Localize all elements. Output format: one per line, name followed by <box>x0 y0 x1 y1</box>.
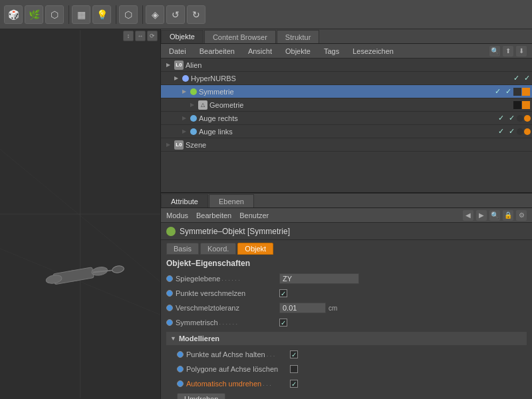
radio-spiegelebene[interactable] <box>166 275 173 282</box>
search-icon[interactable]: 🔍 <box>489 46 500 57</box>
expand-arrow[interactable]: ▶ <box>182 88 190 94</box>
object-orb <box>190 88 197 95</box>
check-vis[interactable]: ✓ <box>492 87 503 96</box>
search-icon[interactable]: 🔍 <box>489 210 500 221</box>
expand-arrow[interactable]: ▶ <box>182 128 190 134</box>
radio-polygone[interactable] <box>177 366 184 372</box>
check-vis[interactable]: ✓ <box>495 127 506 136</box>
tag-square-2 <box>522 88 530 96</box>
object-orb <box>190 115 197 122</box>
checkbox-punkte-achse[interactable]: ✓ <box>290 350 298 358</box>
sub-tab-objekt[interactable]: Objekt <box>237 243 273 255</box>
tree-item-alien[interactable]: ▶ L0 Alien <box>161 59 532 72</box>
check-render[interactable]: ✓ <box>503 87 513 96</box>
section-title: Objekt–Eigenschaften <box>166 259 527 268</box>
toolbar-icon-4[interactable]: ▦ <box>72 5 90 24</box>
tree-item-auge-rechts[interactable]: ▶ Auge rechts ✓ ✓ <box>161 112 532 125</box>
attr-menu-modus[interactable]: Modus <box>166 211 188 219</box>
prop-toleranz: Verschmelztoleranz cm <box>166 301 527 315</box>
check-render[interactable]: ✓ <box>506 127 517 136</box>
attr-menu-bearbeiten[interactable]: Bearbeiten <box>196 211 231 219</box>
sub-tab-koord[interactable]: Koord. <box>200 243 236 255</box>
vp-btn-3[interactable]: ⟳ <box>147 31 158 41</box>
section-arrow-icon: ▼ <box>170 335 176 342</box>
tree-item-geometrie[interactable]: ▶ △ Geometrie <box>161 98 532 112</box>
toolbar-icon-7[interactable]: ◈ <box>146 5 164 24</box>
expand-arrow[interactable]: ▶ <box>166 62 174 68</box>
attr-menu-benutzer[interactable]: Benutzer <box>239 211 269 219</box>
menu-datei[interactable]: Datei <box>166 47 189 56</box>
menu-lesezeichen[interactable]: Lesezeichen <box>350 47 396 56</box>
tree-label: HyperNURBS <box>191 74 511 82</box>
menu-objekte[interactable]: Objekte <box>283 47 313 56</box>
object-orb <box>182 75 189 82</box>
checkbox-punkte[interactable]: ✓ <box>279 289 287 297</box>
radio-auto[interactable] <box>177 380 184 387</box>
radio-toleranz[interactable] <box>166 305 173 311</box>
nav-left-icon[interactable]: ◀ <box>463 210 473 221</box>
vp-btn-1[interactable]: ↕ <box>123 31 134 41</box>
toolbar-icon-2[interactable]: 🌿 <box>25 5 43 24</box>
nav-right-icon[interactable]: ▶ <box>476 210 487 221</box>
menu-tags[interactable]: Tags <box>321 47 342 56</box>
toolbar-icon-8[interactable]: ↺ <box>166 5 185 24</box>
check-render[interactable]: ✓ <box>521 74 532 82</box>
prop-label: Polygone auf Achse löschen <box>177 365 290 373</box>
radio-punkte-achse[interactable] <box>177 351 184 358</box>
bookmark-icon[interactable]: ⬆ <box>503 46 513 57</box>
vp-btn-2[interactable]: ↔ <box>135 31 146 41</box>
checkbox-polygone[interactable] <box>290 365 298 373</box>
check-vis[interactable]: ✓ <box>495 114 506 122</box>
toolbar-icon-3[interactable]: ⬡ <box>45 5 64 24</box>
tab-struktur[interactable]: Struktur <box>277 30 320 43</box>
umdrehen-button[interactable]: Umdrehen <box>177 393 225 399</box>
tree-label: Symmetrie <box>199 88 492 96</box>
spiegelebene-select[interactable]: ZY XY XZ <box>279 273 359 284</box>
tab-objekte[interactable]: Objekte <box>161 30 203 43</box>
tab-attribute[interactable]: Attribute <box>161 194 208 207</box>
check-vis[interactable]: ✓ <box>511 74 521 82</box>
toleranz-input[interactable] <box>279 303 326 313</box>
tree-item-symmetrie[interactable]: ▶ Symmetrie ✓ ✓ <box>161 85 532 98</box>
checkbox-auto[interactable]: ✓ <box>290 380 298 388</box>
spiegelebene-wrapper: ZY XY XZ <box>279 273 359 284</box>
tree-item-szene[interactable]: ▶ L0 Szene <box>161 138 532 152</box>
object-tree[interactable]: ▶ L0 Alien ▶ HyperNURBS ✓ ✓ ▶ Symmetri <box>161 59 532 193</box>
tab-ebenen[interactable]: Ebenen <box>209 194 254 207</box>
menu-ansicht[interactable]: Ansicht <box>245 47 275 56</box>
expand-arrow[interactable]: ▶ <box>166 142 174 148</box>
circle-tag-2 <box>524 128 531 135</box>
tree-item-hypernurbs[interactable]: ▶ HyperNURBS ✓ ✓ <box>161 72 532 85</box>
prop-value: cm <box>279 303 527 313</box>
tree-label: Geometrie <box>209 101 492 109</box>
toolbar-icon-9[interactable]: ↻ <box>187 5 205 24</box>
tree-item-auge-links[interactable]: ▶ Auge links ✓ ✓ <box>161 125 532 138</box>
radio-symmetrisch[interactable] <box>166 319 173 326</box>
expand-arrow[interactable]: ▶ <box>182 115 190 121</box>
menu-bearbeiten[interactable]: Bearbeiten <box>197 47 237 56</box>
tab-content-browser[interactable]: Content Browser <box>204 30 276 43</box>
check-render[interactable]: ✓ <box>506 114 517 122</box>
viewport: ↕ ↔ ⟳ <box>0 29 161 399</box>
toolbar-sep-3 <box>142 5 143 24</box>
auto-umdrehen-label: Automatisch umdrehen <box>186 380 261 388</box>
toolbar-icon-1[interactable]: 🎲 <box>4 5 23 24</box>
prop-label: Automatisch umdrehen . . . <box>177 380 290 388</box>
radio-punkte[interactable] <box>166 290 173 297</box>
settings-icon[interactable]: ⚙ <box>516 210 527 221</box>
expand-arrow[interactable]: ▶ <box>174 75 182 81</box>
tag-square-1 <box>513 88 521 96</box>
modellieren-header[interactable]: ▼ Modellieren <box>166 332 527 345</box>
toolbar-icon-5[interactable]: 💡 <box>92 5 111 24</box>
tree-icon-l0: L0 <box>174 140 184 150</box>
expand-arrow[interactable]: ▶ <box>190 102 198 108</box>
settings-icon[interactable]: ⬇ <box>516 46 527 57</box>
sub-tab-basis[interactable]: Basis <box>166 243 199 255</box>
tag-sq-orange <box>522 101 530 109</box>
object-orb <box>190 128 197 135</box>
checkbox-symmetrisch[interactable]: ✓ <box>279 319 287 327</box>
prop-auto-umdrehen: Automatisch umdrehen . . . ✓ <box>166 377 527 390</box>
lock-icon[interactable]: 🔒 <box>503 210 513 221</box>
toolbar-icon-6[interactable]: ⬡ <box>119 5 138 24</box>
prop-value <box>290 365 527 373</box>
